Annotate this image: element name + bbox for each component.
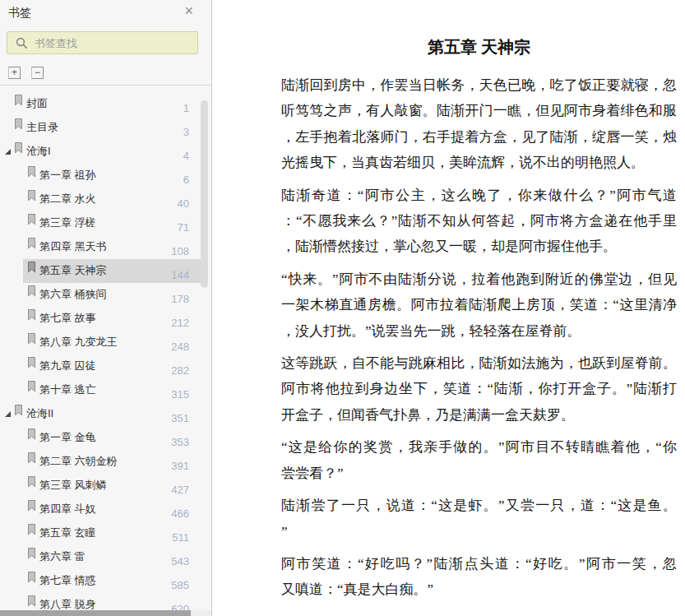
collapse-triangle-icon[interactable] (5, 411, 11, 417)
bookmark-label: 第三章 风刺鳞 (39, 478, 107, 493)
bookmark-item-book2[interactable]: 沧海II 351 (0, 402, 201, 426)
bookmark-page-number: 144 (171, 269, 189, 281)
bookmark-icon (27, 476, 36, 491)
bookmark-item-ch2[interactable]: 第二章 水火 40 (0, 188, 201, 211)
text-line: 听笃笃之声，有人敲窗。陆渐开门一瞧，但见阿市身着绯色和服 (281, 98, 677, 123)
bookmark-icon (27, 166, 36, 181)
bookmark-label: 第九章 囚徒 (39, 359, 96, 373)
bookmark-page-number: 466 (171, 507, 189, 520)
bookmark-label: 第四章 黑天书 (39, 239, 107, 254)
bookmark-label: 主目录 (26, 120, 58, 135)
text-line: ，没人打扰。”说罢当先一跳，轻轻落在屋脊前。 (281, 318, 677, 344)
collapse-triangle-icon[interactable] (5, 149, 11, 155)
bookmark-icon (27, 572, 36, 586)
text-line: 阿市笑道：“好吃吗？”陆渐点头道：“好吃。”阿市一笑，忽 (281, 551, 677, 577)
text-line: “这是给你的奖赏，我亲手做的。”阿市目不转睛瞧着他，“你 (281, 434, 677, 460)
bookmark-item-ch8[interactable]: 第八章 九变龙王 248 (0, 331, 201, 354)
bookmark-tree: 封面 1 主目录 3 沧海I 4 第一章 祖孙 6 第二章 水火 (0, 92, 201, 616)
bookmark-item-ch7[interactable]: 第七章 故事 212 (0, 307, 201, 331)
text-line: ” (281, 519, 677, 544)
bookmark-item-toc[interactable]: 主目录 3 (0, 116, 201, 140)
text-line: 又嗔道：“真是大白痴。” (281, 577, 677, 602)
bookmark-label: 第七章 故事 (39, 311, 96, 326)
bookmark-page-number: 543 (171, 555, 189, 567)
bookmark-item-b2ch2[interactable]: 第二章 六朝金粉 391 (0, 450, 201, 474)
bookmark-label: 第十章 逃亡 (39, 382, 96, 397)
bookmark-label: 第六章 桶狭间 (39, 287, 107, 302)
bookmark-icon (27, 309, 36, 324)
paragraph: “这是给你的奖赏，我亲手做的。”阿市目不转睛瞧着他，“你 尝尝看？” (281, 434, 677, 486)
bookmark-search-box[interactable] (7, 31, 198, 54)
horizontal-scrollbar-thumb[interactable] (0, 610, 191, 616)
text-line: 这等跳跃，自不能与跳麻相比，陆渐如法施为，也跃到屋脊前。 (281, 350, 677, 376)
bookmark-icon (27, 190, 36, 205)
bookmark-label: 第二章 六朝金粉 (39, 454, 118, 469)
bookmark-item-b2ch4[interactable]: 第四章 斗奴 466 (0, 498, 201, 521)
bookmark-page-number: 212 (171, 317, 189, 329)
bookmark-label: 第五章 玄瞳 (39, 526, 96, 540)
bookmark-page-number: 248 (171, 340, 189, 353)
bookmark-icon (27, 262, 36, 276)
bookmark-page-number: 511 (172, 531, 189, 544)
page-text: 陆渐回到房中，作罢当日帐务，天色已晚，吃了饭正要就寝，忽 听笃笃之声，有人敲窗。… (281, 72, 677, 603)
ebook-reader-window: 书签 × + − 封面 1 主目录 3 (0, 0, 685, 616)
bookmark-page-number: 315 (171, 388, 189, 401)
bookmark-label: 封面 (26, 96, 48, 111)
expand-all-button[interactable]: + (8, 67, 21, 79)
text-line: 陆渐奇道：“阿市公主，这么晚了，你来做什么？”阿市气道 (281, 183, 677, 208)
bookmark-icon (27, 524, 36, 539)
bookmark-item-cover[interactable]: 封面 1 (0, 92, 201, 116)
horizontal-scrollbar[interactable] (0, 610, 211, 616)
bookmark-icon (27, 595, 36, 610)
bookmark-page-number: 427 (171, 484, 189, 496)
bookmark-label: 第一章 金龟 (39, 430, 96, 445)
bookmark-item-ch9[interactable]: 第九章 囚徒 282 (0, 354, 201, 378)
close-icon[interactable]: × (184, 3, 193, 18)
bookmark-item-ch6[interactable]: 第六章 桶狭间 178 (0, 283, 201, 307)
paragraph: “快来。”阿市不由陆渐分说，拉着他跑到附近的佛堂边，但见 一架木梯直通房檐。阿市… (281, 266, 677, 344)
bookmark-icon (27, 357, 36, 372)
bookmark-item-book1[interactable]: 沧海I 4 (0, 140, 201, 164)
bookmark-item-ch10[interactable]: 第十章 逃亡 315 (0, 378, 201, 402)
bookmarks-panel: 书签 × + − 封面 1 主目录 3 (0, 0, 212, 616)
bookmark-label: 第五章 天神宗 (39, 263, 107, 278)
bookmark-page-number: 353 (171, 436, 189, 448)
bookmark-page-number: 391 (171, 460, 189, 472)
text-line: 陆渐尝了一只，说道：“这是虾。”又尝一只，道：“这是鱼。 (281, 493, 677, 518)
bookmark-page-number: 351 (171, 412, 189, 424)
bookmark-icon (27, 214, 36, 229)
bookmark-page-number: 1 (183, 102, 189, 114)
bookmark-label: 第二章 水火 (39, 192, 96, 206)
bookmark-item-b2ch1[interactable]: 第一章 金龟 353 (0, 426, 201, 450)
bookmark-item-ch3[interactable]: 第三章 浮槎 71 (0, 211, 201, 235)
bookmark-item-b2ch7[interactable]: 第七章 情惑 585 (0, 569, 201, 593)
bookmark-icon (14, 405, 23, 419)
bookmark-icon (27, 452, 36, 467)
bookmark-label: 第六章 雷 (39, 549, 86, 564)
bookmark-icon (27, 428, 36, 443)
bookmark-icon (14, 95, 23, 109)
text-line: 光摇曳下，当真齿若细贝，美眸流辉，说不出的明艳照人。 (281, 150, 677, 175)
bookmark-item-ch1[interactable]: 第一章 祖孙 6 (0, 164, 201, 188)
bookmark-page-number: 282 (171, 364, 189, 377)
bookmark-label: 第八章 九变龙王 (39, 335, 118, 350)
bookmark-page-number: 4 (183, 150, 189, 162)
bookmark-item-ch5-selected[interactable]: 第五章 天神宗 144 (0, 259, 201, 283)
bookmark-page-number: 178 (171, 293, 189, 305)
bookmark-icon (14, 118, 23, 133)
paragraph: 陆渐尝了一只，说道：“这是虾。”又尝一只，道：“这是鱼。 ” (281, 493, 677, 544)
bookmark-item-b2ch5[interactable]: 第五章 玄瞳 511 (0, 521, 201, 545)
text-line: “快来。”阿市不由陆渐分说，拉着他跑到附近的佛堂边，但见 (281, 266, 677, 292)
bookmark-page-number: 585 (171, 579, 189, 591)
search-input[interactable] (35, 37, 197, 49)
bookmark-item-b2ch6[interactable]: 第六章 雷 543 (0, 545, 201, 569)
bookmark-item-ch4[interactable]: 第四章 黑天书 108 (0, 235, 201, 259)
text-line: 一架木梯直通房檐。阿市拉着陆渐爬上房顶，笑道：“这里清净 (281, 292, 677, 317)
bookmark-item-b2ch3[interactable]: 第三章 风刺鳞 427 (0, 474, 201, 498)
bookmark-icon (27, 548, 36, 563)
bookmark-label: 第四章 斗奴 (39, 502, 96, 516)
vertical-scrollbar-thumb[interactable] (201, 100, 208, 288)
bookmark-page-number: 108 (171, 245, 189, 257)
collapse-all-button[interactable]: − (31, 67, 44, 79)
text-line: 陆渐回到房中，作罢当日帐务，天色已晚，吃了饭正要就寝，忽 (281, 72, 677, 98)
